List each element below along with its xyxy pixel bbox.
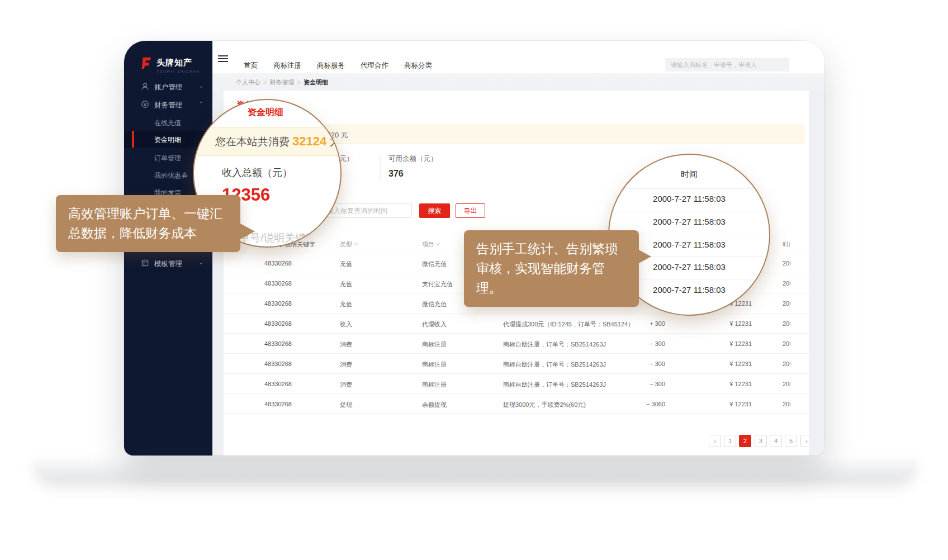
- sidebar-item-templates[interactable]: 模板管理 ⌄: [124, 254, 212, 272]
- search-button[interactable]: 搜索: [419, 203, 450, 218]
- sidebar-item-finance[interactable]: 财务管理 ⌃: [124, 96, 212, 113]
- top-navigation: 首页 商标注册 商标服务 代理合作 商标分类: [244, 61, 432, 70]
- chevron-down-icon: ⌄: [199, 259, 203, 265]
- template-icon: [141, 259, 149, 267]
- table-row[interactable]: 48330268提现余额提现提现3000元，手续费2%(60元)− 3060¥ …: [224, 393, 809, 414]
- nav-agent-cooperation[interactable]: 代理合作: [361, 61, 388, 70]
- stat-divider: [380, 156, 381, 180]
- chevron-up-icon: ⌃: [199, 101, 203, 107]
- page-next-button[interactable]: ›: [800, 435, 809, 447]
- table-row[interactable]: 48330268消费商标注册商标自助注册，订单号：SB2514263J− 300…: [224, 373, 809, 393]
- nav-trademark-register[interactable]: 商标注册: [273, 61, 301, 70]
- page-button-2-active[interactable]: 2: [739, 435, 751, 447]
- sort-icon: [436, 243, 440, 245]
- sidebar-item-account[interactable]: 账户管理 ⌄: [124, 78, 212, 96]
- sidebar-item-recharge[interactable]: 在线充值: [124, 114, 212, 131]
- chevron-down-icon: ⌄: [199, 83, 203, 89]
- topbar: 首页 商标注册 商标服务 代理合作 商标分类 请输入商标名，申请号，申请人: [212, 41, 824, 73]
- brand-name: 头牌知产: [157, 58, 192, 67]
- hamburger-menu-icon[interactable]: [218, 55, 228, 63]
- page-button-3[interactable]: 3: [755, 435, 767, 447]
- table-row[interactable]: 48330268收入代理收入代理提成300元（ID:1245，订单号：SB451…: [224, 313, 809, 333]
- callout-left: 高效管理账户订单、一键汇总数据，降低财务成本: [56, 195, 240, 252]
- magnified-time-value: 2000-7-27 11:58:03: [609, 194, 769, 203]
- user-icon: [141, 82, 149, 91]
- sort-icon: [354, 243, 358, 245]
- nav-home[interactable]: 首页: [244, 61, 258, 70]
- export-button[interactable]: 导出: [456, 203, 485, 218]
- nav-trademark-category[interactable]: 商标分类: [404, 61, 432, 70]
- balance-label: 可用余额（元）: [388, 154, 438, 164]
- breadcrumb: 个人中心>财务管理>资金明细: [236, 78, 328, 87]
- page-button-4[interactable]: 4: [770, 435, 782, 447]
- callout-right: 告别手工统计、告别繁琐审核，实现智能财务管理。: [464, 230, 639, 307]
- laptop-mockup: 头牌知产 TOUPAI ZHICHAN 账户管理 ⌄ 财务管理 ⌃ 在线充值: [0, 0, 948, 560]
- table-row[interactable]: 48330268消费商标注册商标自助注册，订单号：SB2514263J− 300…: [224, 353, 809, 373]
- page-prev-button[interactable]: ‹: [709, 435, 721, 447]
- finance-icon: [141, 100, 149, 108]
- sidebar-item-label: 账户管理: [154, 83, 182, 92]
- balance-value: 376: [388, 169, 404, 179]
- laptop-base: [34, 454, 917, 478]
- sidebar-item-label: 财务管理: [154, 101, 182, 110]
- pagination: ‹ 1 2 3 4 5 ›: [224, 435, 809, 448]
- page-button-5[interactable]: 5: [785, 435, 797, 447]
- page-button-1[interactable]: 1: [724, 435, 736, 447]
- brand-flag-icon: [141, 56, 153, 69]
- table-row[interactable]: 48330268消费商标注册商标自助注册，订单号：SB2514263J− 300…: [224, 333, 809, 353]
- breadcrumb-bar: 个人中心>财务管理>资金明细: [212, 73, 824, 91]
- magnified-page-title: 资金明细: [248, 107, 283, 118]
- magnified-banner: 您在本站共消费32124大: [193, 127, 342, 156]
- nav-trademark-service[interactable]: 商标服务: [317, 61, 345, 70]
- sidebar-item-label: 模板管理: [154, 259, 182, 269]
- magnified-time-value: 2000-7-27 11:58:03: [609, 217, 769, 226]
- brand-tagline: TOUPAI ZHICHAN: [157, 70, 200, 73]
- global-search-input[interactable]: 请输入商标名，申请号，申请人: [665, 58, 789, 72]
- magnified-income-label: 收入总额（元）: [222, 166, 292, 179]
